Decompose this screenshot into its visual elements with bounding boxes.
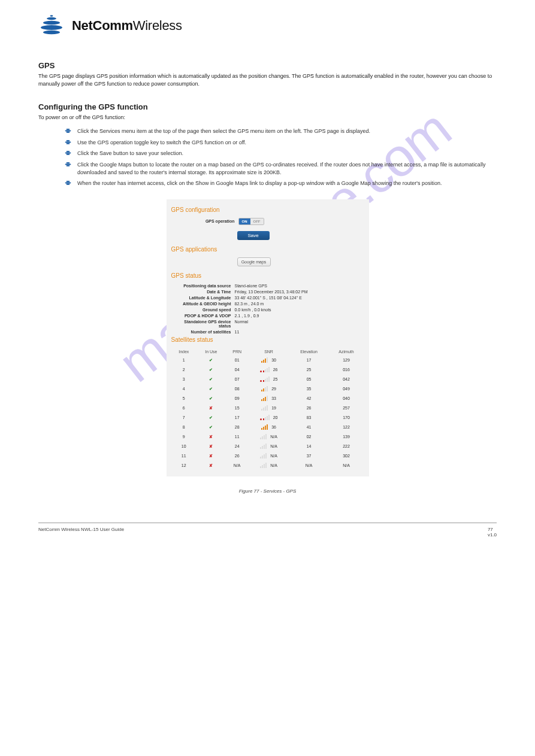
svg-point-9 [66,140,69,141]
table-row: 1✔013017129 [171,356,364,365]
table-row: 12✘N/AN/AN/AN/A [171,461,364,470]
satellites-title: Satellites status [171,336,364,343]
config-step: When the router has internet access, cli… [65,180,497,187]
svg-point-2 [43,31,60,34]
table-row: 4✔082935049 [171,384,364,394]
table-row: 8✔283641122 [171,423,364,432]
status-row: PDOP & HDOP & VDOP2.1 , 1.9 , 0.9 [171,314,364,318]
svg-point-18 [66,181,69,182]
footer-right: 77v1.0 [488,527,497,538]
gps-status-title: GPS status [171,272,364,279]
check-icon: ✔ [209,415,213,420]
netcomm-logo-icon [38,14,65,37]
svg-point-3 [47,17,56,20]
check-icon: ✔ [209,396,213,400]
gps-operation-label: GPS operation [201,219,235,223]
cross-icon: ✘ [209,454,213,458]
svg-point-4 [50,15,53,16]
logo-text: NetCommWireless [72,18,182,34]
status-row: Latitude & Longitude33 48' 42.001" S , 1… [171,296,364,300]
svg-point-6 [66,129,69,130]
status-row: Ground speed0.0 km/h , 0.0 knots [171,308,364,312]
signal-bars-icon [261,424,268,430]
gps-operation-toggle[interactable]: ON OFF [238,218,264,225]
bullet-icon [65,180,71,186]
svg-point-8 [65,141,71,143]
sat-header: Elevation [289,348,329,356]
config-steps: Click the Services menu item at the top … [65,127,497,187]
check-icon: ✔ [209,387,213,391]
svg-point-17 [65,182,71,184]
sat-header: In Use [197,348,226,356]
svg-point-12 [66,151,69,152]
svg-point-11 [65,153,71,154]
svg-point-7 [66,132,69,133]
sat-header: PRN [226,348,249,356]
table-row: 7✔172083170 [171,413,364,423]
gps-intro: The GPS page displays GPS position infor… [38,72,497,88]
svg-point-14 [65,163,71,165]
config-step: Use the GPS operation toggle key to swit… [65,139,497,147]
google-maps-button[interactable]: Google maps [237,257,271,266]
table-row: 11✘26N/A37302 [171,451,364,461]
signal-bars-icon [261,396,268,401]
status-row: Number of satellites11 [171,330,364,334]
table-row: 9✘11N/A02139 [171,432,364,442]
svg-point-10 [66,143,69,144]
table-row: 6✘151926257 [171,403,364,413]
svg-point-15 [66,162,69,163]
check-icon: ✔ [209,358,213,362]
bullet-icon [65,150,71,156]
status-row: Standalone GPS device statusNormal [171,320,364,328]
gps-panel: GPS configuration GPS operation ON OFF S… [167,199,369,476]
table-row: 3✔072505042 [171,375,364,384]
signal-bars-icon [260,444,267,449]
cross-icon: ✘ [209,435,213,439]
config-step: Click the Services menu item at the top … [65,127,497,135]
signal-bars-icon [260,367,270,372]
gps-apps-title: GPS applications [171,246,364,253]
signal-bars-icon [260,415,270,420]
signal-bars-icon [261,357,268,363]
svg-point-19 [66,184,69,185]
gps-heading: GPS [38,61,497,70]
table-row: 5✔093342040 [171,394,364,403]
check-icon: ✔ [209,377,213,381]
page-footer: NetComm Wireless NWL-15 User Guide 77v1.… [38,523,497,538]
bullet-icon [65,139,71,145]
status-row: Altitude & GEOID height82.3 m , 24.0 m [171,302,364,306]
status-row: Positioning data sourceStand-alone GPS [171,284,364,288]
save-button[interactable]: Save [237,231,270,240]
cross-icon: ✘ [209,406,213,410]
figure-caption: Figure 77 - Services - GPS [38,488,497,494]
satellites-table: IndexIn UsePRNSNRElevationAzimuth 1✔0130… [171,348,364,470]
config-step: Click the Save button to save your selec… [65,150,497,157]
sat-header: SNR [249,348,289,356]
svg-point-16 [66,165,69,166]
check-icon: ✔ [209,425,213,429]
gps-status-list: Positioning data sourceStand-alone GPSDa… [171,284,364,334]
check-icon: ✔ [209,368,213,372]
signal-bars-icon [261,405,268,411]
bullet-icon [65,128,71,133]
footer-left: NetComm Wireless NWL-15 User Guide [38,527,124,538]
svg-point-13 [66,154,69,155]
signal-bars-icon [260,463,267,468]
svg-point-5 [65,130,71,132]
signal-bars-icon [260,453,267,459]
bullet-icon [65,162,71,167]
config-step: Click the Google Maps button to locate t… [65,161,497,176]
status-row: Date & TimeFriday, 13 December 2013, 3:4… [171,290,364,294]
config-heading: Configuring the GPS function [38,102,497,111]
logo: NetCommWireless [38,14,497,37]
cross-icon: ✘ [209,444,213,448]
cross-icon: ✘ [209,463,213,467]
sat-header: Azimuth [329,348,364,356]
table-row: 2✔042625016 [171,365,364,375]
svg-point-0 [41,25,62,30]
signal-bars-icon [260,434,267,439]
table-row: 10✘24N/A14222 [171,442,364,451]
signal-bars-icon [261,386,268,391]
svg-point-1 [43,21,60,25]
signal-bars-icon [260,377,270,382]
